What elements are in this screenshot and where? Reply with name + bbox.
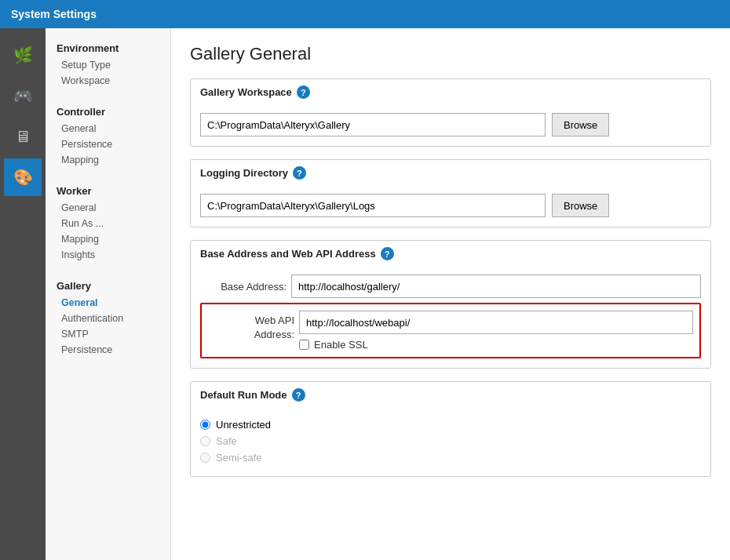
gallery-workspace-input-row: Browse: [200, 113, 701, 136]
title-bar: System Settings: [0, 0, 730, 28]
nav-item-gallery-general[interactable]: General: [46, 295, 170, 311]
logging-directory-body: Browse: [191, 186, 710, 227]
webapi-address-label: Web API Address:: [208, 311, 294, 342]
logging-directory-title: Logging Directory: [200, 167, 288, 179]
content-area: Gallery General Gallery Workspace ? Brow…: [171, 28, 730, 560]
nav-item-gallery-persistence[interactable]: Persistence: [46, 342, 170, 358]
default-run-mode-help-icon[interactable]: ?: [292, 388, 305, 402]
run-mode-safe-radio[interactable]: [200, 436, 210, 446]
nav-item-worker-mapping[interactable]: Mapping: [46, 231, 170, 247]
logging-directory-input[interactable]: [200, 194, 546, 217]
nav-item-gallery-smtp[interactable]: SMTP: [46, 326, 170, 342]
base-address-title: Base Address and Web API Address: [200, 248, 376, 260]
gallery-workspace-title: Gallery Workspace: [200, 86, 292, 98]
run-mode-unrestricted: Unrestricted: [200, 419, 701, 431]
webapi-address-input[interactable]: [299, 311, 693, 334]
worker-icon: 🖥: [15, 128, 31, 146]
webapi-highlight-box: Web API Address: Enable SSL: [200, 303, 701, 358]
nav-item-controller-general[interactable]: General: [46, 121, 170, 136]
logging-directory-help-icon[interactable]: ?: [293, 166, 306, 180]
gallery-workspace-help-icon[interactable]: ?: [297, 85, 310, 99]
base-address-help-icon[interactable]: ?: [381, 247, 394, 260]
enable-ssl-checkbox[interactable]: [299, 340, 309, 350]
title-bar-label: System Settings: [11, 8, 97, 20]
icon-sidebar: 🌿 🎮 🖥 🎨: [0, 28, 46, 560]
run-mode-unrestricted-radio[interactable]: [200, 420, 210, 430]
nav-item-gallery-authentication[interactable]: Authentication: [46, 311, 170, 326]
gallery-workspace-input[interactable]: [200, 113, 546, 136]
logging-directory-header: Logging Directory ?: [191, 160, 710, 186]
enable-ssl-row: Enable SSL: [299, 339, 693, 351]
nav-section-controller: Controller: [46, 100, 170, 121]
run-mode-safe-label[interactable]: Safe: [216, 435, 237, 447]
logging-directory-input-row: Browse: [200, 194, 701, 217]
gallery-icon: 🎨: [13, 168, 33, 187]
run-mode-semisafe-label[interactable]: Semi-safe: [216, 452, 262, 464]
default-run-mode-body: Unrestricted Safe Semi-safe: [191, 408, 710, 476]
nav-item-worker-insights[interactable]: Insights: [46, 247, 170, 263]
base-address-row: Base Address:: [200, 275, 701, 298]
run-mode-semisafe: Semi-safe: [200, 452, 701, 464]
nav-item-worker-runas[interactable]: Run As ...: [46, 216, 170, 231]
page-title: Gallery General: [190, 44, 711, 64]
enable-ssl-label[interactable]: Enable SSL: [314, 339, 368, 351]
base-address-input[interactable]: [291, 275, 701, 298]
main-layout: 🌿 🎮 🖥 🎨 Environment Setup Type Workspace…: [0, 28, 730, 560]
environment-icon: 🌿: [13, 45, 33, 64]
nav-item-controller-persistence[interactable]: Persistence: [46, 136, 170, 152]
default-run-mode-section: Default Run Mode ? Unrestricted Safe Se: [190, 381, 711, 477]
nav-item-controller-mapping[interactable]: Mapping: [46, 152, 170, 168]
nav-section-gallery: Gallery: [46, 274, 170, 295]
webapi-row: Web API Address: Enable SSL: [208, 311, 693, 351]
base-address-body: Base Address: Web API Address: Enable SS…: [191, 267, 710, 368]
sidebar-icon-worker[interactable]: 🖥: [4, 118, 42, 155]
nav-item-worker-general[interactable]: General: [46, 200, 170, 216]
nav-section-worker: Worker: [46, 179, 170, 200]
gallery-workspace-section: Gallery Workspace ? Browse: [190, 78, 711, 147]
run-mode-radio-group: Unrestricted Safe Semi-safe: [200, 416, 701, 467]
logging-directory-browse-button[interactable]: Browse: [552, 194, 609, 217]
sidebar-icon-controller[interactable]: 🎮: [4, 77, 42, 115]
sidebar-icon-environment[interactable]: 🌿: [4, 36, 42, 74]
nav-item-setup-type[interactable]: Setup Type: [46, 57, 170, 73]
controller-icon: 🎮: [13, 86, 33, 105]
nav-section-environment: Environment: [46, 36, 170, 57]
gallery-workspace-body: Browse: [191, 105, 710, 146]
nav-item-workspace[interactable]: Workspace: [46, 73, 170, 89]
default-run-mode-header: Default Run Mode ?: [191, 382, 710, 408]
run-mode-safe: Safe: [200, 435, 701, 447]
gallery-workspace-browse-button[interactable]: Browse: [552, 113, 609, 136]
base-address-section: Base Address and Web API Address ? Base …: [190, 240, 711, 369]
run-mode-unrestricted-label[interactable]: Unrestricted: [216, 419, 271, 431]
gallery-workspace-header: Gallery Workspace ?: [191, 79, 710, 105]
default-run-mode-title: Default Run Mode: [200, 389, 287, 401]
run-mode-semisafe-radio[interactable]: [200, 453, 210, 463]
base-address-label: Base Address:: [200, 281, 287, 293]
webapi-input-container: Enable SSL: [299, 311, 693, 351]
nav-sidebar: Environment Setup Type Workspace Control…: [46, 28, 171, 560]
sidebar-icon-gallery[interactable]: 🎨: [4, 158, 42, 196]
base-address-header: Base Address and Web API Address ?: [191, 241, 710, 267]
logging-directory-section: Logging Directory ? Browse: [190, 159, 711, 227]
